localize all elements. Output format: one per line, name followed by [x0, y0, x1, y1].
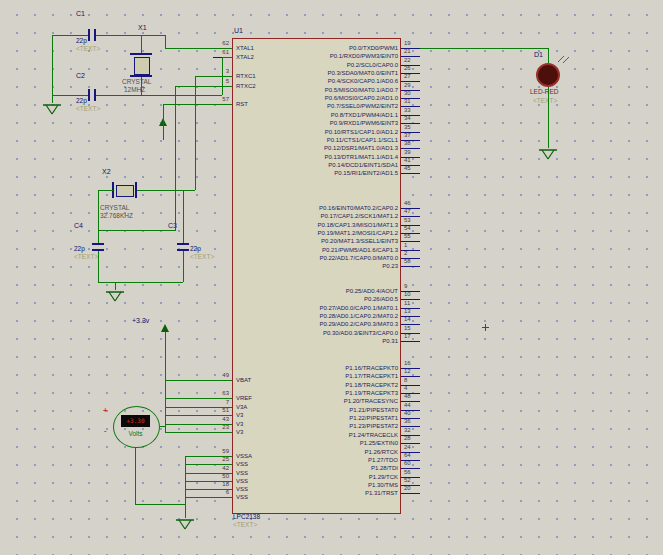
wire[interactable]	[98, 190, 113, 191]
wire[interactable]	[548, 87, 549, 148]
pin-stub[interactable]	[401, 493, 420, 494]
capacitor-c4-value: 22p	[74, 246, 85, 253]
pin-stub[interactable]	[401, 173, 420, 174]
pin-name: P0.20/MAT1.3/SSEL1/EINT3	[248, 238, 398, 244]
wire[interactable]	[195, 76, 196, 190]
wire[interactable]	[548, 48, 549, 63]
pin-name: P0.21/PWM5/AD1.6/CAP1.3	[248, 247, 398, 253]
capacitor-c3[interactable]	[177, 243, 189, 245]
pin-number: 59	[211, 448, 229, 454]
pin-number: 49	[211, 372, 229, 378]
pin-number: 4	[404, 385, 407, 391]
wire[interactable]	[185, 456, 232, 457]
pin-number: 13	[404, 308, 411, 314]
crystal-x1-plate[interactable]	[130, 53, 152, 55]
pin-number: 5	[211, 78, 229, 84]
wire[interactable]	[98, 251, 99, 282]
power-terminal-icon[interactable]	[161, 324, 169, 332]
pin-number: 36	[404, 418, 411, 424]
power-terminal-label: +3.3v	[132, 317, 149, 324]
wire[interactable]	[96, 35, 165, 36]
wire[interactable]	[165, 415, 232, 416]
pin-name: P0.29/AD0.2/CAP0.3/MAT0.3	[248, 321, 398, 327]
wire[interactable]	[163, 104, 232, 105]
led-emission-arrows-icon	[556, 50, 572, 64]
wire[interactable]	[222, 57, 232, 58]
wire[interactable]	[420, 48, 548, 49]
ground-symbol[interactable]	[175, 518, 195, 530]
wire[interactable]	[165, 380, 232, 381]
wire[interactable]	[96, 95, 222, 96]
pin-number: 52	[404, 477, 411, 483]
wire[interactable]	[165, 35, 166, 48]
wire[interactable]	[185, 481, 232, 482]
capacitor-c4[interactable]	[92, 243, 104, 245]
pin-stub[interactable]	[401, 341, 420, 342]
pin-number: 22	[404, 57, 411, 63]
ground-symbol[interactable]	[42, 103, 62, 115]
pin-stub[interactable]	[401, 266, 420, 267]
wire[interactable]	[185, 456, 186, 518]
pin-name: P0.16/EINT0/MAT0.2/CAP0.2	[248, 205, 398, 211]
voltmeter[interactable]	[113, 406, 160, 448]
pin-name: VSS	[236, 486, 248, 492]
pin-number: 37	[404, 132, 411, 138]
wire[interactable]	[183, 251, 184, 282]
pin-number: 14	[404, 316, 411, 322]
wire[interactable]	[175, 86, 232, 87]
crystal-x2-value: 32.768KHZ	[100, 213, 133, 220]
wire[interactable]	[185, 473, 232, 474]
pin-name: VSS	[236, 478, 248, 484]
pin-number: 10	[404, 291, 411, 297]
wire[interactable]	[185, 497, 232, 498]
crystal-x2[interactable]	[116, 185, 134, 197]
pin-name: P0.13/DTR1/MAT1.1/AD1.4	[248, 154, 398, 160]
wire[interactable]	[98, 190, 99, 243]
pin-name: P1.24/TRACECLK	[248, 432, 398, 438]
wire[interactable]	[137, 190, 195, 191]
wire[interactable]	[98, 230, 176, 231]
pin-name: P1.28/TDI	[248, 465, 398, 471]
wire[interactable]	[165, 48, 232, 49]
capacitor-c1[interactable]	[88, 29, 90, 41]
chip-value: LPC2138	[233, 514, 260, 521]
pin-name: P0.25/AD0.4/AOUT	[248, 288, 398, 294]
pin-number: 32	[404, 427, 411, 433]
led-d1[interactable]	[536, 63, 560, 87]
wire[interactable]	[185, 464, 232, 465]
wire[interactable]	[135, 448, 136, 504]
schematic-canvas[interactable]: U1 LPC2138 <TEXT> C1 22p <TEXT> C2 22p <…	[0, 0, 663, 555]
wire[interactable]	[115, 282, 116, 290]
capacitor-c2[interactable]	[88, 89, 90, 101]
wire[interactable]	[195, 76, 232, 77]
wire[interactable]	[165, 424, 232, 425]
wire[interactable]	[52, 35, 88, 36]
wire[interactable]	[141, 35, 142, 53]
pin-number: 24	[404, 444, 411, 450]
wire[interactable]	[165, 407, 232, 408]
wire[interactable]	[165, 432, 232, 433]
wire[interactable]	[165, 332, 166, 432]
wire[interactable]	[165, 398, 232, 399]
pin-name: P0.30/AD0.3/EINT3/CAP0.0	[248, 330, 398, 336]
ground-symbol[interactable]	[105, 290, 125, 302]
wire[interactable]	[163, 104, 164, 140]
pin-name: P0.11/CTS1/CAP1.1/SCL1	[248, 137, 398, 143]
wire[interactable]	[98, 282, 183, 283]
crystal-x1[interactable]	[134, 57, 150, 75]
wire[interactable]	[135, 504, 185, 505]
wire[interactable]	[52, 35, 53, 103]
ground-symbol[interactable]	[538, 148, 558, 160]
wire[interactable]	[160, 426, 165, 427]
voltmeter-display: +3.30	[121, 415, 150, 427]
wire[interactable]	[52, 95, 88, 96]
pin-number: 40	[404, 410, 411, 416]
wire[interactable]	[175, 86, 176, 230]
pin-number: 26	[404, 65, 411, 71]
pin-number: 27	[404, 73, 411, 79]
pin-name: P1.17/TRACEPKT1	[248, 373, 398, 379]
wire[interactable]	[185, 489, 232, 490]
wire[interactable]	[141, 77, 142, 95]
pin-name: P0.2/SCL0/CAP0.0	[248, 62, 398, 68]
wire[interactable]	[183, 190, 184, 243]
